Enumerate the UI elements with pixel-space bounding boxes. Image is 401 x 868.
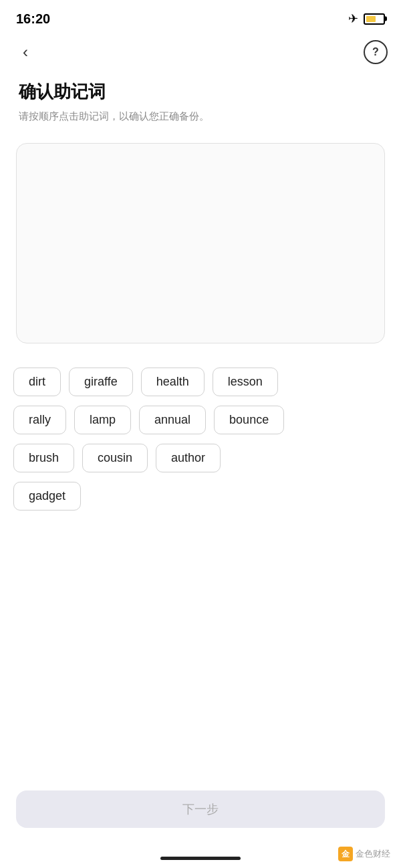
word-chip-lamp[interactable]: lamp: [74, 406, 131, 434]
page-subtitle: 请按顺序点击助记词，以确认您正确备份。: [19, 109, 382, 124]
back-button[interactable]: ‹: [13, 40, 37, 64]
watermark: 金 金色财经: [338, 847, 390, 861]
word-chip-cousin[interactable]: cousin: [82, 444, 148, 472]
word-row-2: rally lamp annual bounce: [13, 406, 388, 434]
page-header: 确认助记词 请按顺序点击助记词，以确认您正确备份。: [0, 69, 401, 130]
word-chip-rally[interactable]: rally: [13, 406, 66, 434]
next-button[interactable]: 下一步: [16, 790, 385, 828]
battery-icon: [364, 13, 385, 25]
help-icon: ?: [372, 46, 379, 58]
airplane-icon: ✈: [348, 11, 358, 26]
word-row-3: brush cousin author: [13, 444, 388, 472]
word-chip-health[interactable]: health: [141, 368, 205, 396]
word-row-1: dirt giraffe health lesson: [13, 368, 388, 396]
mnemonic-display-area: [16, 143, 385, 343]
word-chip-author[interactable]: author: [156, 444, 221, 472]
status-icons: ✈: [348, 11, 385, 26]
battery-fill: [366, 16, 376, 22]
word-chip-gadget[interactable]: gadget: [13, 482, 81, 511]
status-time: 16:20: [16, 11, 50, 27]
word-chip-dirt[interactable]: dirt: [13, 368, 61, 396]
bottom-home-indicator: [160, 857, 241, 860]
watermark-text: 金色财经: [356, 848, 390, 860]
word-chip-bounce[interactable]: bounce: [214, 406, 284, 434]
word-row-4: gadget: [13, 482, 388, 511]
page-title: 确认助记词: [19, 80, 382, 104]
words-selection-area: dirt giraffe health lesson rally lamp an…: [0, 357, 401, 521]
help-button[interactable]: ?: [364, 40, 388, 64]
word-chip-annual[interactable]: annual: [139, 406, 206, 434]
word-chip-brush[interactable]: brush: [13, 444, 74, 472]
next-button-container: 下一步: [16, 790, 385, 828]
word-chip-lesson[interactable]: lesson: [213, 368, 278, 396]
status-bar: 16:20 ✈: [0, 0, 401, 35]
nav-bar: ‹ ?: [0, 35, 401, 69]
back-chevron-icon: ‹: [23, 43, 28, 61]
watermark-icon: 金: [338, 847, 353, 861]
word-chip-giraffe[interactable]: giraffe: [69, 368, 133, 396]
